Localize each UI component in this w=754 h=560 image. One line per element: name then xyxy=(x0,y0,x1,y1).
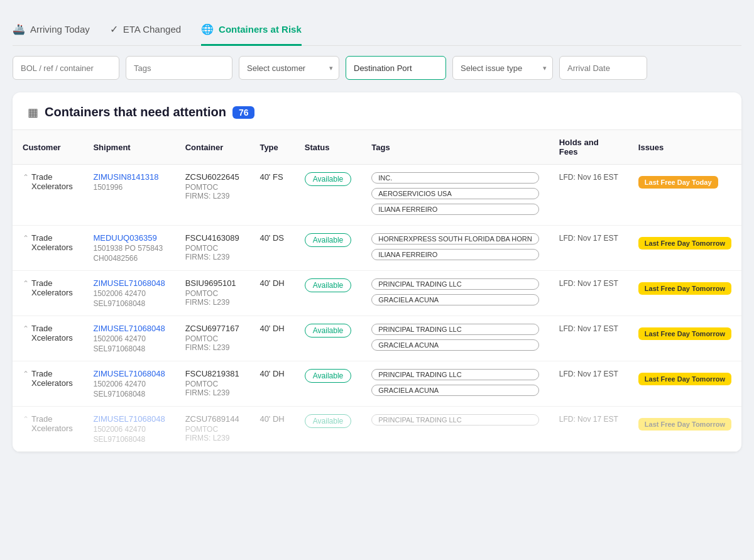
shipment-link[interactable]: MEDUUQ036359 xyxy=(93,233,156,243)
issues-cell: Last Free Day Tomorrow xyxy=(628,407,741,452)
expand-icon[interactable]: ⌃ xyxy=(23,324,29,333)
shipment-link[interactable]: ZIMUSEL71068048 xyxy=(93,324,165,333)
issues-cell: Last Free Day Today xyxy=(628,165,741,226)
issue-badge-tomorrow: Last Free Day Tomorrow xyxy=(638,373,731,385)
container-number: ZCSU6977167 xyxy=(185,324,240,333)
shipment-sub: 1501938 PO 575843 xyxy=(93,244,165,253)
status-cell: Available xyxy=(295,271,361,316)
issue-badge-tomorrow: Last Free Day Tomorrow xyxy=(638,418,731,431)
tab-eta-changed[interactable]: ✓ ETA Changed xyxy=(110,23,181,46)
issue-badge-today: Last Free Day Today xyxy=(638,176,718,189)
status-cell: Available xyxy=(295,361,361,407)
status-badge: Available xyxy=(305,414,351,428)
customer-name-text: Trade Xcelerators xyxy=(31,278,73,297)
issue-type-select-wrapper: Select issue type xyxy=(452,56,553,80)
type-cell: 40' DH xyxy=(249,271,294,316)
tag-pill[interactable]: INC. xyxy=(371,172,539,184)
status-badge: Available xyxy=(305,324,351,338)
check-icon: ✓ xyxy=(110,23,118,35)
issue-type-select[interactable]: Select issue type xyxy=(452,56,553,80)
tag-pill[interactable]: GRACIELA ACUNA xyxy=(371,339,539,351)
tags-cell: HORNERXPRESS SOUTH FLORIDA DBA HORNILIAN… xyxy=(361,226,549,271)
tags-cell: PRINCIPAL TRADING LLCGRACIELA ACUNA xyxy=(361,361,549,407)
customer-cell: ⌃Trade Xcelerators xyxy=(13,316,83,361)
expand-icon[interactable]: ⌃ xyxy=(23,415,29,424)
col-type: Type xyxy=(249,130,294,165)
tag-pill[interactable]: HORNERXPRESS SOUTH FLORIDA DBA HORN xyxy=(371,233,539,244)
issues-cell: Last Free Day Tomorrow xyxy=(628,361,741,407)
customer-name-text: Trade Xcelerators xyxy=(31,324,73,343)
container-cell: BSIU9695101POMTOC FIRMS: L239 xyxy=(175,271,250,316)
tab-arriving-today[interactable]: 🚢 Arriving Today xyxy=(13,23,90,46)
shipment-sub: 1502006 42470 xyxy=(93,289,165,298)
container-type: 40' DH xyxy=(260,414,284,424)
tag-pill[interactable]: ILIANA FERREIRO xyxy=(371,249,539,260)
tag-pill[interactable]: PRINCIPAL TRADING LLC xyxy=(371,369,539,380)
shipment-link[interactable]: ZIMUSEL71068048 xyxy=(93,278,165,288)
status-badge: Available xyxy=(305,369,351,383)
container-type: 40' DH xyxy=(260,369,284,378)
tags-search-input[interactable] xyxy=(126,56,232,80)
destination-port-input[interactable] xyxy=(346,56,446,80)
shipment-cell: ZIMUSEL710680481502006 42470SEL971068048 xyxy=(83,407,175,452)
expand-icon[interactable]: ⌃ xyxy=(23,173,29,182)
table-row: ⌃Trade XceleratorsZIMUSEL710680481502006… xyxy=(13,407,741,452)
shipment-sub: SEL971068048 xyxy=(93,390,165,398)
col-status: Status xyxy=(295,130,361,165)
lfd-text: LFD: Nov 17 EST xyxy=(559,279,618,288)
shipment-cell: ZIMUSEL710680481502006 42470SEL971068048 xyxy=(83,361,175,407)
tag-pill[interactable]: GRACIELA ACUNA xyxy=(371,385,539,396)
expand-icon[interactable]: ⌃ xyxy=(23,279,29,288)
shipment-link[interactable]: ZIMUSIN8141318 xyxy=(93,172,158,182)
arrival-date-input[interactable] xyxy=(559,56,647,80)
table-row: ⌃Trade XceleratorsZIMUSEL710680481502006… xyxy=(13,316,741,361)
container-number: ZCSU7689144 xyxy=(185,414,240,424)
issues-cell: Last Free Day Tomorrow xyxy=(628,316,741,361)
customer-name-text: Trade Xcelerators xyxy=(31,414,73,433)
tag-pill[interactable]: PRINCIPAL TRADING LLC xyxy=(371,414,539,425)
tag-pill[interactable]: AEROSERVICIOS USA xyxy=(371,188,539,199)
container-cell: ZCSU7689144POMTOC FIRMS: L239 xyxy=(175,407,250,452)
container-count-badge: 76 xyxy=(232,106,255,119)
tags-cell: INC.AEROSERVICIOS USAILIANA FERREIRO xyxy=(361,165,549,226)
grid-icon: ▦ xyxy=(28,106,38,119)
lfd-text: LFD: Nov 17 EST xyxy=(559,324,618,333)
issues-cell: Last Free Day Tomorrow xyxy=(628,271,741,316)
type-cell: 40' DH xyxy=(249,316,294,361)
tag-pill[interactable]: PRINCIPAL TRADING LLC xyxy=(371,278,539,290)
type-cell: 40' DS xyxy=(249,226,294,271)
card-header: ▦ Containers that need attention 76 xyxy=(13,92,741,129)
container-number: BSIU9695101 xyxy=(185,278,240,288)
filters-row: Select customer Select issue type xyxy=(13,56,741,80)
customer-select[interactable]: Select customer xyxy=(239,56,339,80)
page-wrapper: 🚢 Arriving Today ✓ ETA Changed 🌐 Contain… xyxy=(13,13,741,547)
bol-search-input[interactable] xyxy=(13,56,119,80)
col-customer: Customer xyxy=(13,130,83,165)
shipment-link[interactable]: ZIMUSEL71068048 xyxy=(93,414,165,424)
customer-cell: ⌃Trade Xcelerators xyxy=(13,361,83,407)
holds-fees-cell: LFD: Nov 17 EST xyxy=(549,226,628,271)
tag-pill[interactable]: ILIANA FERREIRO xyxy=(371,204,539,215)
holds-fees-cell: LFD: Nov 17 EST xyxy=(549,271,628,316)
tab-containers-at-risk[interactable]: 🌐 Containers at Risk xyxy=(201,23,302,46)
status-badge: Available xyxy=(305,278,351,292)
shipment-sub: 1502006 42470 xyxy=(93,380,165,388)
issues-cell: Last Free Day Tomorrow xyxy=(628,226,741,271)
tag-pill[interactable]: PRINCIPAL TRADING LLC xyxy=(371,324,539,335)
container-cell: ZCSU6022645POMTOC FIRMS: L239 xyxy=(175,165,250,226)
container-type: 40' FS xyxy=(260,172,283,182)
container-cell: ZCSU6977167POMTOC FIRMS: L239 xyxy=(175,316,250,361)
expand-icon[interactable]: ⌃ xyxy=(23,234,29,243)
holds-fees-cell: LFD: Nov 17 EST xyxy=(549,316,628,361)
shipment-cell: ZIMUSIN81413181501996 xyxy=(83,165,175,226)
tags-cell: PRINCIPAL TRADING LLCGRACIELA ACUNA xyxy=(361,316,549,361)
col-issues: Issues xyxy=(628,130,741,165)
issue-badge-tomorrow: Last Free Day Tomorrow xyxy=(638,327,731,340)
col-holds-fees: Holds and Fees xyxy=(549,130,628,165)
expand-icon[interactable]: ⌃ xyxy=(23,370,29,378)
container-cell: FSCU8219381POMTOC FIRMS: L239 xyxy=(175,361,250,407)
tag-pill[interactable]: GRACIELA ACUNA xyxy=(371,294,539,305)
status-badge: Available xyxy=(305,172,351,186)
shipment-link[interactable]: ZIMUSEL71068048 xyxy=(93,369,165,378)
type-cell: 40' DH xyxy=(249,361,294,407)
